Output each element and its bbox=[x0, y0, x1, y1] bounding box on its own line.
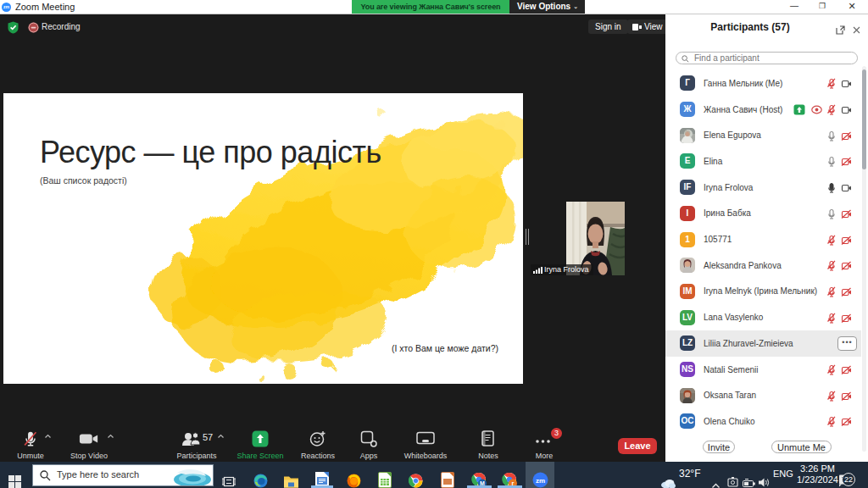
svg-text:zm: zm bbox=[536, 477, 545, 485]
svg-text:57: 57 bbox=[203, 432, 213, 442]
